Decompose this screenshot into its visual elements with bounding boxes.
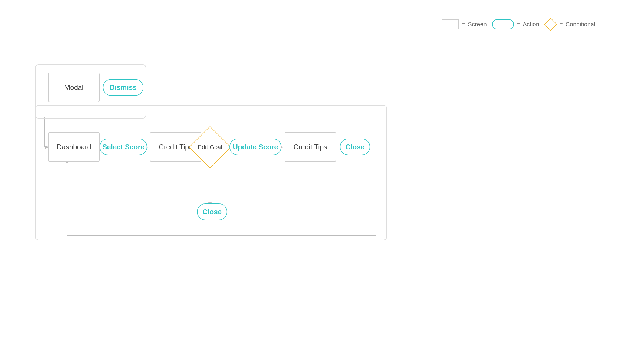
legend-screen-label: Screen (468, 21, 487, 28)
update-score-label: Update Score (233, 143, 278, 151)
legend-screen-eq: = (462, 21, 465, 28)
close-1-label: Close (346, 143, 365, 151)
legend-action-icon (492, 19, 514, 29)
legend-conditional: = Conditional (545, 18, 595, 30)
legend-action-label: Action (523, 21, 539, 28)
legend-conditional-eq: = (559, 21, 563, 28)
edit-goal-label: Edit Goal (198, 144, 222, 151)
close-2-label: Close (203, 208, 222, 216)
select-score-node: Select Score (100, 139, 147, 155)
credit-tips-1-label: Credit Tips (159, 143, 192, 151)
legend-action: = Action (492, 19, 539, 29)
dashboard-node: Dashboard (48, 132, 100, 162)
credit-tips-2-label: Credit Tips (294, 143, 327, 151)
legend-action-eq: = (517, 21, 520, 28)
select-score-label: Select Score (102, 143, 144, 151)
legend-conditional-label: Conditional (566, 21, 595, 28)
dismiss-node: Dismiss (103, 79, 143, 96)
credit-tips-2-node: Credit Tips (285, 132, 336, 162)
modal-node: Modal (48, 73, 100, 102)
modal-label: Modal (64, 83, 84, 92)
dashboard-label: Dashboard (57, 143, 91, 151)
update-score-node: Update Score (229, 139, 281, 155)
edit-goal-node: Edit Goal (194, 131, 226, 163)
legend-screen-icon (442, 19, 459, 29)
legend-screen: = Screen (442, 19, 487, 29)
legend-conditional-icon (544, 18, 557, 31)
close-2-node: Close (197, 203, 227, 220)
close-1-node: Close (340, 139, 370, 155)
legend: = Screen = Action = Conditional (442, 18, 595, 30)
dismiss-label: Dismiss (110, 83, 137, 92)
